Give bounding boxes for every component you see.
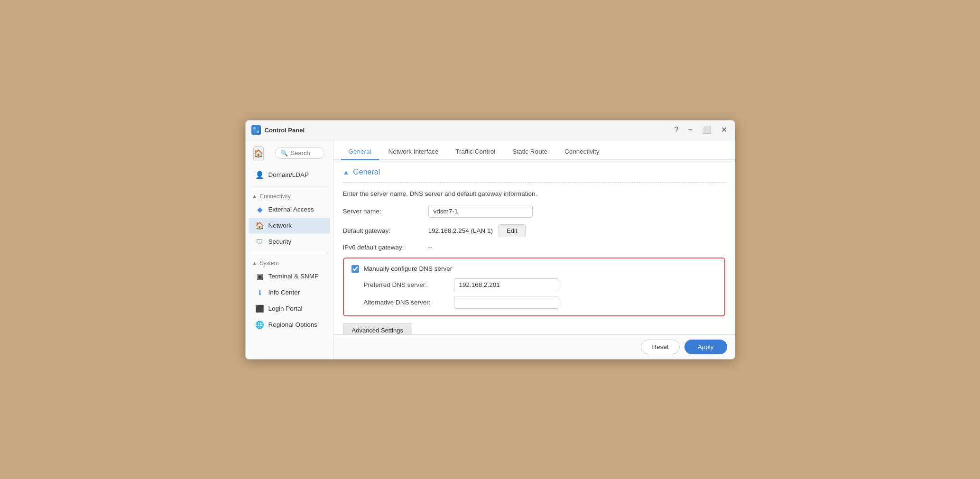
svg-rect-2 xyxy=(253,130,256,133)
home-button[interactable]: 🏠 xyxy=(253,146,264,161)
dns-checkbox-label[interactable]: Manually configure DNS server xyxy=(364,265,453,272)
ipv6-gateway-label: IPv6 default gateway: xyxy=(343,244,428,251)
divider-2 xyxy=(250,253,328,253)
server-name-row: Server name: xyxy=(343,205,725,218)
tab-bar: General Network Interface Traffic Contro… xyxy=(333,140,735,160)
network-icon: 🏠 xyxy=(255,221,265,230)
sidebar-item-regional-options[interactable]: 🌐 Regional Options xyxy=(249,317,330,333)
dns-manual-checkbox[interactable] xyxy=(351,265,359,273)
login-portal-icon: ⬛ xyxy=(255,304,265,313)
server-name-label: Server name: xyxy=(343,208,428,215)
window-title: Control Panel xyxy=(265,127,305,134)
tab-traffic-control[interactable]: Traffic Control xyxy=(448,144,503,160)
section-description: Enter the server name, DNS server and de… xyxy=(343,190,725,197)
default-gateway-value: 192.168.2.254 (LAN 1) xyxy=(428,227,493,234)
sidebar-item-info-center[interactable]: ℹ Info Center xyxy=(249,285,330,301)
ipv6-gateway-value: -- xyxy=(428,244,433,251)
sidebar-item-terminal-snmp[interactable]: ▣ Terminal & SNMP xyxy=(249,268,330,285)
sidebar-item-label: Info Center xyxy=(268,289,300,296)
app-icon xyxy=(251,125,261,135)
title-bar: Control Panel ? − ⬜ ✕ xyxy=(246,120,735,140)
info-center-icon: ℹ xyxy=(255,288,265,297)
sidebar-item-security[interactable]: 🛡 Security xyxy=(249,234,330,250)
regional-options-icon: 🌐 xyxy=(255,320,265,330)
sidebar-item-label: Regional Options xyxy=(268,321,318,328)
tab-network-interface[interactable]: Network Interface xyxy=(381,144,446,160)
title-bar-left: Control Panel xyxy=(251,125,305,135)
svg-rect-1 xyxy=(257,127,259,129)
alternative-dns-row: Alternative DNS server: xyxy=(351,296,717,309)
section-title-general: General xyxy=(353,168,380,176)
sidebar-item-domain-ldap[interactable]: 👤 Domain/LDAP xyxy=(249,167,330,183)
sidebar-item-label: Terminal & SNMP xyxy=(268,273,319,280)
sidebar-item-external-access[interactable]: ◆ External Access xyxy=(249,202,330,218)
chevron-icon: ▲ xyxy=(252,260,257,266)
divider-1 xyxy=(250,186,328,186)
chevron-icon: ▲ xyxy=(252,193,257,199)
dns-box: Manually configure DNS server Preferred … xyxy=(343,258,725,316)
search-input[interactable] xyxy=(291,149,319,157)
default-gateway-label: Default gateway: xyxy=(343,227,428,234)
minimize-button[interactable]: − xyxy=(686,125,694,135)
maximize-button[interactable]: ⬜ xyxy=(700,125,713,135)
right-panel: General Network Interface Traffic Contro… xyxy=(333,140,735,359)
tab-connectivity[interactable]: Connectivity xyxy=(557,144,607,160)
preferred-dns-input[interactable] xyxy=(454,278,558,291)
preferred-dns-row: Preferred DNS server: xyxy=(351,278,717,291)
svg-rect-3 xyxy=(257,130,259,133)
apply-button[interactable]: Apply xyxy=(684,340,727,354)
sidebar-item-label: Security xyxy=(268,238,292,245)
sidebar: 🏠 🔍 👤 Domain/LDAP ▲ Connectivity ◆ Exter… xyxy=(246,140,333,359)
window-controls: ? − ⬜ ✕ xyxy=(672,125,729,135)
main-content: 🏠 🔍 👤 Domain/LDAP ▲ Connectivity ◆ Exter… xyxy=(246,140,735,359)
help-button[interactable]: ? xyxy=(672,125,680,135)
tab-general[interactable]: General xyxy=(341,144,379,160)
advanced-settings-button[interactable]: Advanced Settings xyxy=(343,323,412,334)
main-window: Control Panel ? − ⬜ ✕ 🏠 🔍 👤 Domain/LDAP xyxy=(245,120,735,359)
ipv6-gateway-row: IPv6 default gateway: -- xyxy=(343,244,725,251)
sidebar-section-system[interactable]: ▲ System xyxy=(246,256,333,268)
preferred-dns-label: Preferred DNS server: xyxy=(364,281,454,288)
sidebar-item-label: Domain/LDAP xyxy=(268,171,309,178)
dns-checkbox-row: Manually configure DNS server xyxy=(351,265,717,273)
search-icon: 🔍 xyxy=(280,149,288,157)
panel-content: ▲ General Enter the server name, DNS ser… xyxy=(333,160,735,334)
sidebar-item-login-portal[interactable]: ⬛ Login Portal xyxy=(249,301,330,317)
external-access-icon: ◆ xyxy=(255,205,265,214)
close-button[interactable]: ✕ xyxy=(719,125,729,135)
bottom-bar: Reset Apply xyxy=(333,334,735,359)
section-label: Connectivity xyxy=(259,193,290,200)
edit-gateway-button[interactable]: Edit xyxy=(499,224,525,237)
alternative-dns-input[interactable] xyxy=(454,296,558,309)
default-gateway-row: Default gateway: 192.168.2.254 (LAN 1) E… xyxy=(343,224,725,237)
sidebar-item-label: Login Portal xyxy=(268,305,303,312)
sidebar-top-row: 🏠 🔍 xyxy=(246,144,333,165)
section-header-general: ▲ General xyxy=(343,168,725,176)
security-icon: 🛡 xyxy=(255,237,265,247)
section-divider xyxy=(343,182,725,183)
search-box[interactable]: 🔍 xyxy=(275,147,324,159)
sidebar-section-connectivity[interactable]: ▲ Connectivity xyxy=(246,189,333,202)
section-label: System xyxy=(259,260,278,267)
svg-rect-0 xyxy=(253,127,256,129)
tab-static-route[interactable]: Static Route xyxy=(505,144,555,160)
reset-button[interactable]: Reset xyxy=(641,340,679,354)
section-chevron-icon: ▲ xyxy=(343,168,350,176)
sidebar-item-label: External Access xyxy=(268,206,314,213)
alternative-dns-label: Alternative DNS server: xyxy=(364,299,454,306)
sidebar-item-label: Network xyxy=(268,222,292,229)
domain-ldap-icon: 👤 xyxy=(255,170,265,180)
terminal-icon: ▣ xyxy=(255,272,265,281)
server-name-input[interactable] xyxy=(428,205,533,218)
sidebar-item-network[interactable]: 🏠 Network xyxy=(249,218,330,234)
